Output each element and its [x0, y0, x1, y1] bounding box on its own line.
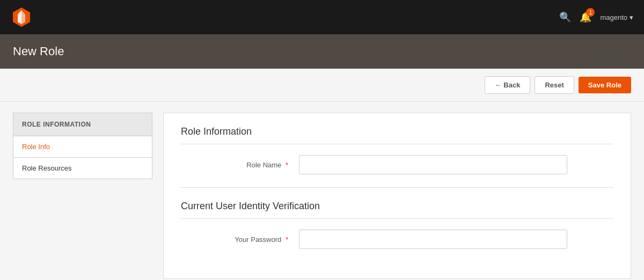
top-nav: 🔍 🔔 1 magento ▾ — [0, 0, 644, 34]
sidebar-section-header: ROLE INFORMATION — [13, 113, 152, 136]
section-title-verification: Current User Identity Verification — [181, 201, 613, 219]
role-name-label: Role Name * — [181, 161, 299, 169]
logo-area — [11, 6, 32, 28]
back-button[interactable]: ← Back — [485, 76, 531, 94]
sidebar-item-role-resources[interactable]: Role Resources — [13, 158, 152, 179]
form-group-password: Your Password * — [181, 230, 613, 249]
nav-right: 🔍 🔔 1 magento ▾ — [559, 11, 633, 23]
section-title-role-info: Role Information — [181, 126, 613, 144]
form-group-role-name: Role Name * — [181, 155, 613, 174]
magento-logo — [11, 6, 32, 28]
role-name-input[interactable] — [299, 155, 567, 174]
sidebar-item-role-info[interactable]: Role Info — [13, 136, 152, 158]
notification-button[interactable]: 🔔 1 — [580, 11, 591, 23]
required-marker: * — [286, 161, 288, 169]
sidebar-item-label: Role Info — [22, 143, 50, 151]
required-marker: * — [286, 235, 288, 244]
save-role-button[interactable]: Save Role — [579, 77, 631, 93]
reset-button[interactable]: Reset — [535, 76, 574, 94]
password-label: Your Password * — [181, 235, 299, 244]
user-menu[interactable]: magento ▾ — [600, 13, 633, 21]
notification-badge: 1 — [586, 8, 595, 17]
main-content: ROLE INFORMATION Role Info Role Resource… — [0, 102, 644, 280]
search-icon[interactable]: 🔍 — [559, 11, 571, 23]
content-area: Role Information Role Name * Current Use… — [163, 113, 631, 279]
section-divider — [181, 187, 613, 188]
chevron-down-icon: ▾ — [630, 13, 633, 21]
toolbar: ← Back Reset Save Role — [0, 69, 644, 102]
sidebar: ROLE INFORMATION Role Info Role Resource… — [13, 113, 152, 279]
user-name: magento — [600, 13, 627, 21]
page-title-bar: New Role — [0, 34, 644, 69]
password-input[interactable] — [299, 230, 567, 249]
sidebar-item-label: Role Resources — [22, 164, 72, 172]
page-title: New Role — [13, 45, 64, 58]
